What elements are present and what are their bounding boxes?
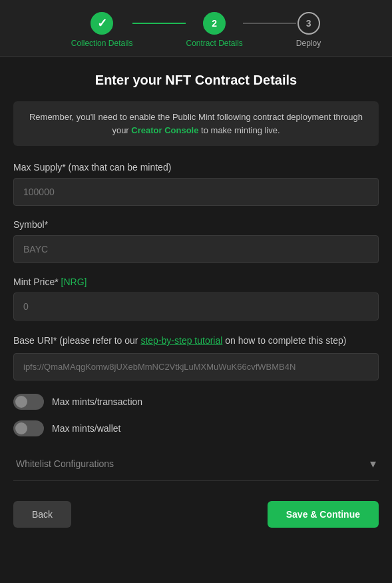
whitelist-dropdown[interactable]: Whitelist Configurations ▾	[13, 447, 379, 481]
max-mints-transaction-toggle[interactable]	[13, 394, 44, 410]
base-uri-input[interactable]	[13, 353, 379, 380]
symbol-group: Symbol*	[13, 219, 379, 263]
step-circle-1: ✓	[91, 12, 113, 35]
max-supply-group: Max Supply* (max that can be minted)	[13, 162, 379, 206]
nrg-label: [NRG]	[61, 277, 87, 287]
step-collection-details: ✓ Collection Details	[71, 12, 133, 48]
step-by-step-link[interactable]: step-by-step tutorial	[140, 335, 222, 346]
step-number-2: 2	[212, 18, 217, 29]
max-supply-input[interactable]	[13, 178, 379, 206]
checkmark-icon: ✓	[97, 16, 107, 31]
max-mints-transaction-label: Max mints/transaction	[52, 396, 142, 407]
main-content: Enter your NFT Contract Details Remember…	[0, 57, 392, 550]
max-mints-wallet-row: Max mints/wallet	[13, 420, 379, 436]
toggle-slider-transaction	[13, 394, 44, 410]
max-mints-wallet-toggle[interactable]	[13, 420, 44, 436]
base-uri-label: Base URI* (please refer to our step-by-s…	[13, 334, 379, 348]
step-line-1	[132, 23, 186, 24]
creator-console-link[interactable]: Creator Console	[131, 125, 198, 135]
mint-price-label: Mint Price* [NRG]	[13, 277, 379, 287]
toggle-slider-wallet	[13, 420, 44, 436]
page-title: Enter your NFT Contract Details	[13, 73, 379, 88]
step-label-2: Contract Details	[186, 39, 242, 48]
save-continue-button[interactable]: Save & Continue	[268, 501, 379, 528]
symbol-label: Symbol*	[13, 219, 379, 230]
step-number-3: 3	[306, 18, 311, 29]
step-circle-3: 3	[297, 12, 320, 35]
mint-price-input[interactable]	[13, 292, 379, 320]
mint-price-group: Mint Price* [NRG]	[13, 277, 379, 320]
step-circle-2: 2	[203, 12, 226, 35]
max-supply-label: Max Supply* (max that can be minted)	[13, 162, 379, 173]
step-contract-details: 2 Contract Details	[186, 12, 242, 48]
step-line-2	[243, 23, 296, 24]
step-label-1: Collection Details	[71, 39, 133, 48]
base-uri-group: Base URI* (please refer to our step-by-s…	[13, 334, 379, 380]
max-mints-wallet-label: Max mints/wallet	[52, 423, 120, 434]
chevron-down-icon: ▾	[370, 456, 376, 471]
button-row: Back Save & Continue	[13, 494, 379, 534]
whitelist-label: Whitelist Configurations	[16, 458, 114, 469]
info-box: Remember, you'll need to enable the Publ…	[13, 101, 379, 146]
stepper: ✓ Collection Details 2 Contract Details …	[0, 0, 392, 57]
symbol-input[interactable]	[13, 235, 379, 263]
info-text-after: to make minting live.	[201, 125, 280, 135]
step-label-3: Deploy	[296, 39, 321, 48]
max-mints-transaction-row: Max mints/transaction	[13, 394, 379, 410]
step-deploy: 3 Deploy	[296, 12, 321, 48]
back-button[interactable]: Back	[13, 501, 71, 528]
